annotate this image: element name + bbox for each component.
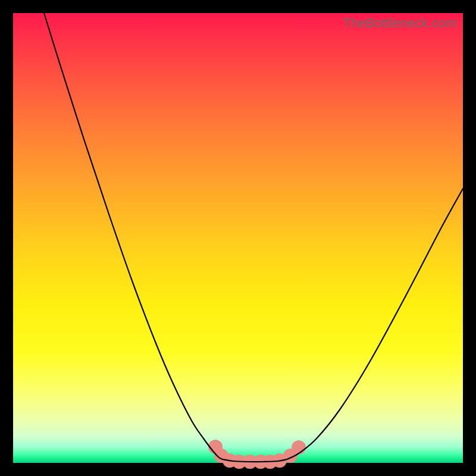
highlight-marker xyxy=(292,440,306,455)
marker-layer xyxy=(208,440,306,469)
chart-svg xyxy=(13,13,463,463)
right-curve-line xyxy=(287,189,463,459)
chart-plot-area: TheBottleneck.com xyxy=(13,13,463,463)
left-curve-line xyxy=(44,13,223,459)
